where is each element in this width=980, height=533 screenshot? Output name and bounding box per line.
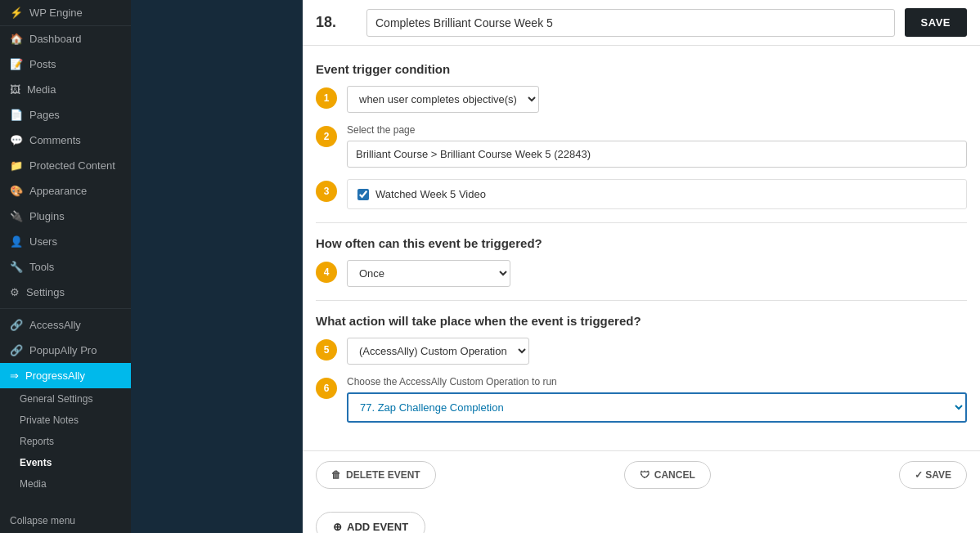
wpengine-icon: ⚡ <box>10 7 23 19</box>
step-2-row: 2 Select the page <box>316 124 967 168</box>
step-4-row: 4 Once Every time Daily <box>316 260 967 287</box>
sidebar-item-comments[interactable]: 💬 Comments <box>0 128 131 153</box>
comments-icon: 💬 <box>10 134 23 146</box>
add-event-label: ADD EVENT <box>347 521 408 533</box>
sidebar-item-dashboard[interactable]: 🏠 Dashboard <box>0 26 131 52</box>
sidebar-label-accessally: AccessAlly <box>29 319 81 331</box>
wpengine-label: WP Engine <box>29 7 83 19</box>
sidebar-sub-media[interactable]: Media <box>0 473 131 495</box>
event-title-input[interactable] <box>366 9 895 37</box>
trigger-section-label: Event trigger condition <box>316 62 967 76</box>
step-3-row: 3 Watched Week 5 Video <box>316 179 967 209</box>
sidebar: ⚡ WP Engine 🏠 Dashboard 📝 Posts 🖼 Media … <box>0 0 131 533</box>
collapse-menu-label: Collapse menu <box>10 515 75 526</box>
sidebar-item-settings[interactable]: ⚙ Settings <box>0 280 131 305</box>
sidebar-sub-general-settings[interactable]: General Settings <box>0 388 131 410</box>
sidebar-item-wpengine[interactable]: ⚡ WP Engine <box>0 0 131 26</box>
progressally-icon: ⇒ <box>10 370 19 382</box>
sidebar-label-progressally: ProgressAlly <box>25 370 85 382</box>
users-icon: 👤 <box>10 235 23 248</box>
cancel-button[interactable]: 🛡 CANCEL <box>624 461 711 489</box>
frequency-select[interactable]: Once Every time Daily <box>347 260 510 287</box>
sidebar-label-dashboard: Dashboard <box>29 33 82 45</box>
save-bottom-button[interactable]: ✓ SAVE <box>899 461 967 489</box>
delete-event-label: DELETE EVENT <box>346 469 420 481</box>
sidebar-item-posts[interactable]: 📝 Posts <box>0 52 131 77</box>
sidebar-sub-private-notes[interactable]: Private Notes <box>0 410 131 431</box>
trigger-condition-select[interactable]: when user completes objective(s) when us… <box>347 86 539 113</box>
form-area: Event trigger condition 1 when user comp… <box>303 46 980 450</box>
sidebar-label-posts: Posts <box>29 58 56 70</box>
sidebar-item-protected-content[interactable]: 📁 Protected Content <box>0 153 131 178</box>
sidebar-label-comments: Comments <box>29 134 81 146</box>
delete-event-button[interactable]: 🗑 DELETE EVENT <box>316 461 436 489</box>
step-1-row: 1 when user completes objective(s) when … <box>316 86 967 113</box>
sidebar-item-progressally[interactable]: ⇒ ProgressAlly <box>0 363 131 388</box>
sidebar-label-users: Users <box>29 235 57 248</box>
step-2-badge: 2 <box>316 126 337 147</box>
step-6-badge: 6 <box>316 378 337 399</box>
plus-icon: ⊕ <box>333 521 342 533</box>
section-divider-1 <box>316 222 967 223</box>
events-label: Events <box>20 457 52 468</box>
sidebar-label-media: Media <box>27 83 56 96</box>
sidebar-sub-reports[interactable]: Reports <box>0 431 131 452</box>
step-5-badge: 5 <box>316 339 337 361</box>
reports-label: Reports <box>20 436 54 447</box>
shield-icon: 🛡 <box>640 469 650 481</box>
media-icon: 🖼 <box>10 83 20 96</box>
action-buttons-row: 🗑 DELETE EVENT 🛡 CANCEL ✓ SAVE <box>303 450 980 499</box>
sidebar-item-users[interactable]: 👤 Users <box>0 229 131 254</box>
step-3-badge: 3 <box>316 181 337 202</box>
page-select-input[interactable] <box>347 141 967 168</box>
tools-icon: 🔧 <box>10 261 23 273</box>
general-settings-label: General Settings <box>20 393 92 405</box>
step-4-badge: 4 <box>316 262 337 283</box>
sidebar-label-plugins: Plugins <box>29 210 65 222</box>
accessally-icon: 🔗 <box>10 319 23 331</box>
sidebar-label-appearance: Appearance <box>29 185 87 197</box>
sidebar-item-media[interactable]: 🖼 Media <box>0 77 131 102</box>
sidebar-divider <box>0 308 131 309</box>
step-5-content: (AccessAlly) Custom Operation Add Tag Re… <box>347 338 967 365</box>
step-3-content: Watched Week 5 Video <box>347 179 967 209</box>
middle-panel <box>131 0 303 533</box>
action-type-select[interactable]: (AccessAlly) Custom Operation Add Tag Re… <box>347 338 529 365</box>
sidebar-item-appearance[interactable]: 🎨 Appearance <box>0 178 131 204</box>
sidebar-item-pages[interactable]: 📄 Pages <box>0 102 131 128</box>
collapse-menu[interactable]: Collapse menu <box>0 508 131 533</box>
watched-video-checkbox[interactable] <box>357 189 369 200</box>
appearance-icon: 🎨 <box>10 185 23 197</box>
posts-icon: 📝 <box>10 58 23 70</box>
step-1-badge: 1 <box>316 87 337 109</box>
page-select-label: Select the page <box>347 124 967 136</box>
private-notes-label: Private Notes <box>20 414 79 426</box>
frequency-section-label: How often can this event be triggered? <box>316 236 967 250</box>
custom-op-select[interactable]: 77. Zap Challenge Completion <box>347 392 967 423</box>
event-number: 18. <box>316 14 357 31</box>
dashboard-icon: 🏠 <box>10 33 23 45</box>
sidebar-item-plugins[interactable]: 🔌 Plugins <box>0 204 131 229</box>
objective-checkbox-row: Watched Week 5 Video <box>347 179 967 209</box>
step-6-row: 6 Choose the AccessAlly Custom Operation… <box>316 376 967 423</box>
step-5-row: 5 (AccessAlly) Custom Operation Add Tag … <box>316 338 967 365</box>
protected-content-icon: 📁 <box>10 159 23 172</box>
event-header: 18. SAVE <box>303 0 980 46</box>
main-content: 18. SAVE Event trigger condition 1 when … <box>303 0 980 533</box>
save-header-button[interactable]: SAVE <box>905 8 967 37</box>
trash-icon: 🗑 <box>331 469 341 481</box>
sidebar-label-pages: Pages <box>29 109 60 121</box>
step-4-content: Once Every time Daily <box>347 260 967 287</box>
sidebar-sub-events[interactable]: Events <box>0 452 131 473</box>
add-event-area: ⊕ ADD EVENT <box>303 499 980 533</box>
plugins-icon: 🔌 <box>10 210 23 222</box>
add-event-button[interactable]: ⊕ ADD EVENT <box>316 512 425 533</box>
sidebar-label-tools: Tools <box>29 261 54 273</box>
cancel-label: CANCEL <box>654 469 695 481</box>
sidebar-item-tools[interactable]: 🔧 Tools <box>0 254 131 280</box>
sidebar-label-popupally: PopupAlly Pro <box>29 344 97 356</box>
sidebar-item-popupally[interactable]: 🔗 PopupAlly Pro <box>0 338 131 363</box>
step-6-content: Choose the AccessAlly Custom Operation t… <box>347 376 967 423</box>
sidebar-item-accessally[interactable]: 🔗 AccessAlly <box>0 312 131 338</box>
popupally-icon: 🔗 <box>10 344 23 356</box>
